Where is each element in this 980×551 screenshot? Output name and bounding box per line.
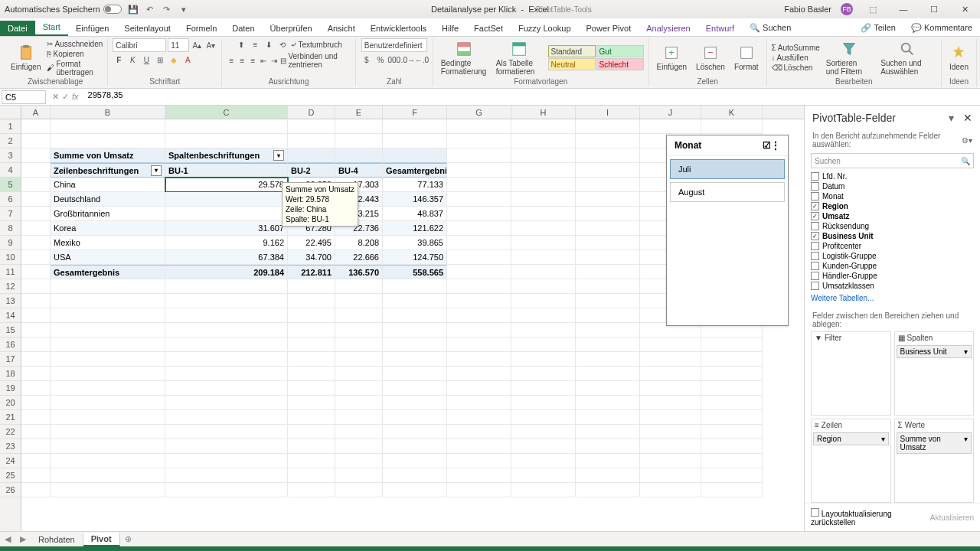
row-header[interactable]: 8 xyxy=(0,221,21,236)
border-icon[interactable]: ⊞ xyxy=(154,54,166,66)
cell[interactable] xyxy=(576,163,640,178)
row-filter-icon[interactable]: ▾ xyxy=(151,165,162,176)
cell[interactable] xyxy=(576,439,640,454)
tab-file[interactable]: Datei xyxy=(0,21,35,36)
comments-button[interactable]: 💬 Kommentare xyxy=(903,20,980,36)
formula-input[interactable]: 29578,35 xyxy=(83,90,980,104)
cell[interactable] xyxy=(511,483,576,497)
more-tables-link[interactable]: Weitere Tabellen... xyxy=(805,291,980,305)
cell[interactable] xyxy=(335,396,383,410)
cell[interactable] xyxy=(383,148,447,163)
field-list-field[interactable]: ✓Umsatz xyxy=(811,211,974,221)
cell[interactable] xyxy=(447,323,511,337)
cell[interactable] xyxy=(21,337,51,352)
cell[interactable] xyxy=(447,483,511,497)
cell[interactable]: 48.837 xyxy=(383,207,447,221)
cell[interactable] xyxy=(640,425,701,439)
cell[interactable] xyxy=(383,119,447,134)
align-middle-icon[interactable]: ≡ xyxy=(249,38,261,51)
cell[interactable] xyxy=(511,323,576,337)
cell[interactable]: Spaltenbeschriftungen▾ xyxy=(165,148,288,163)
cell[interactable] xyxy=(701,454,763,468)
cell[interactable] xyxy=(447,250,511,265)
cell[interactable] xyxy=(335,483,383,497)
area-rows[interactable]: ≡ Zeilen Region▾ xyxy=(811,419,891,503)
cell[interactable]: 31.607 xyxy=(165,221,288,236)
cell[interactable] xyxy=(51,454,165,468)
cell[interactable] xyxy=(383,410,447,425)
cell[interactable] xyxy=(288,148,335,163)
cell[interactable] xyxy=(511,279,576,294)
cell[interactable] xyxy=(21,352,51,367)
currency-icon[interactable]: $ xyxy=(361,54,373,66)
cell[interactable] xyxy=(640,352,701,367)
cell[interactable] xyxy=(576,352,640,367)
cell[interactable] xyxy=(447,454,511,468)
area-columns[interactable]: ▦ Spalten Business Unit▾ xyxy=(894,331,975,416)
cell[interactable] xyxy=(383,483,447,497)
row-header[interactable]: 13 xyxy=(0,294,21,308)
field-list-field[interactable]: Umsatzklassen xyxy=(811,281,974,291)
cell[interactable] xyxy=(21,250,51,265)
row-header[interactable]: 9 xyxy=(0,236,21,250)
tab-help[interactable]: Hilfe xyxy=(434,21,466,36)
tab-start[interactable]: Start xyxy=(35,19,68,36)
sheet-tab-rohdaten[interactable]: Rohdaten xyxy=(31,533,83,546)
cell[interactable]: USA xyxy=(51,250,165,265)
cell[interactable] xyxy=(51,483,165,497)
cell[interactable] xyxy=(165,192,288,207)
column-header[interactable]: E xyxy=(335,106,383,119)
copy-button[interactable]: ⎘ Kopieren xyxy=(47,50,103,58)
field-list-gear-icon[interactable]: ⚙▾ xyxy=(962,136,972,145)
cell[interactable] xyxy=(335,468,383,483)
cell[interactable] xyxy=(511,381,576,396)
cell[interactable] xyxy=(335,454,383,468)
cell[interactable]: Deutschland xyxy=(51,192,165,207)
defer-layout-checkbox[interactable]: Layoutaktualisierung zurückstellen xyxy=(811,508,930,527)
cell[interactable] xyxy=(383,468,447,483)
cell[interactable] xyxy=(51,439,165,454)
wrap-text-button[interactable]: ⤶ Textumbruch xyxy=(290,41,341,49)
dec-decimal-icon[interactable]: ←.0 xyxy=(416,54,428,66)
cell[interactable] xyxy=(21,425,51,439)
cell[interactable] xyxy=(165,207,288,221)
cell[interactable]: 212.811 xyxy=(288,265,335,279)
cell[interactable] xyxy=(511,119,576,134)
cell[interactable] xyxy=(383,352,447,367)
row-header[interactable]: 2 xyxy=(0,134,21,148)
cell[interactable] xyxy=(21,236,51,250)
cell[interactable]: Zeilenbeschriftungen▾ xyxy=(51,163,165,178)
cell[interactable]: Großbritannien xyxy=(51,207,165,221)
percent-icon[interactable]: % xyxy=(374,54,387,66)
increase-font-icon[interactable]: A▴ xyxy=(191,39,203,51)
cell[interactable] xyxy=(511,163,576,178)
slicer-multi-select-icon[interactable]: ☑⋮ xyxy=(763,140,780,151)
cell[interactable] xyxy=(447,337,511,352)
cell[interactable] xyxy=(335,381,383,396)
inc-decimal-icon[interactable]: .0→ xyxy=(402,54,414,66)
cell[interactable] xyxy=(21,207,51,221)
maximize-icon[interactable]: ☐ xyxy=(923,2,945,17)
field-list-field[interactable]: Lfd. Nr. xyxy=(811,171,974,181)
tab-review[interactable]: Überprüfen xyxy=(263,21,320,36)
row-header[interactable]: 10 xyxy=(0,250,21,265)
cell[interactable] xyxy=(511,439,576,454)
cell[interactable] xyxy=(701,483,763,497)
name-box[interactable]: C5 xyxy=(2,90,46,104)
align-top-icon[interactable]: ⬆ xyxy=(235,38,247,51)
column-header[interactable]: K xyxy=(701,106,763,119)
qat-customize-icon[interactable]: ▾ xyxy=(178,4,189,15)
cell[interactable] xyxy=(576,178,640,192)
cell[interactable]: BU-1 xyxy=(165,163,288,178)
cell[interactable] xyxy=(576,279,640,294)
sort-filter-button[interactable]: Sortieren und Filtern xyxy=(823,39,875,77)
cell[interactable] xyxy=(640,119,701,134)
cell[interactable] xyxy=(288,439,335,454)
field-list-field[interactable]: Monat xyxy=(811,191,974,201)
field-list-field[interactable]: ✓Region xyxy=(811,201,974,211)
select-all-corner[interactable] xyxy=(0,106,21,119)
area-field-item[interactable]: Region▾ xyxy=(813,432,889,445)
align-left-icon[interactable]: ≡ xyxy=(227,54,236,67)
field-list-field[interactable]: ✓Business Unit xyxy=(811,231,974,241)
cell[interactable] xyxy=(511,178,576,192)
